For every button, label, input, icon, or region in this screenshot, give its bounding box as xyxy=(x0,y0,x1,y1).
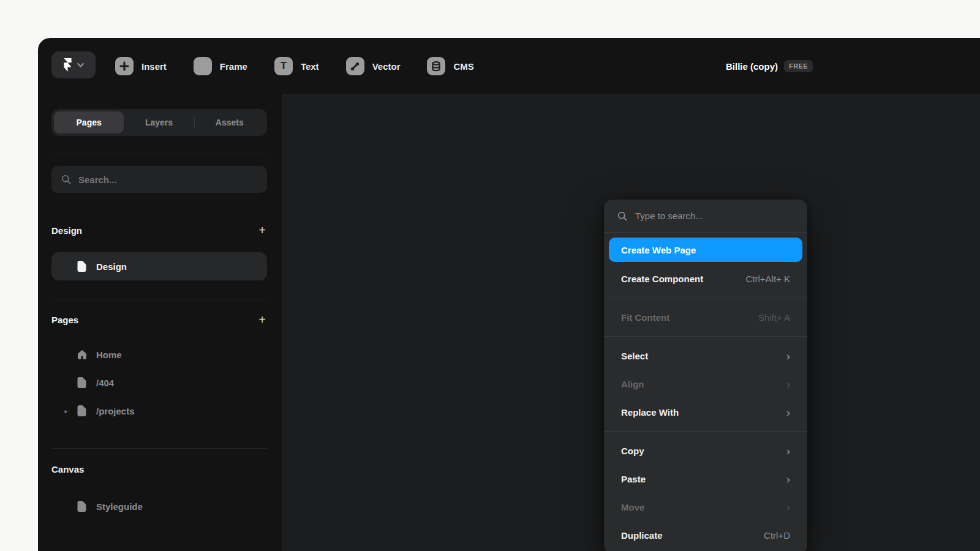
menu-item-fit-content: Fit Content Shift+ A xyxy=(609,303,802,331)
tab-layers[interactable]: Layers xyxy=(124,111,194,133)
menu-group-select: Select › Align › Replace With › xyxy=(604,336,807,431)
frame-tool-button[interactable]: Frame xyxy=(194,57,247,75)
tool-label: Vector xyxy=(372,61,401,72)
menu-item-select[interactable]: Select › xyxy=(609,342,802,370)
sidebar: Pages Layers Assets Design + Des xyxy=(38,94,282,551)
chevron-down-icon xyxy=(77,63,84,67)
file-icon xyxy=(77,377,88,388)
submenu-chevron-icon: › xyxy=(786,445,790,457)
submenu-chevron-icon: › xyxy=(786,378,790,390)
section-header-canvas: Canvas xyxy=(51,458,267,480)
expand-caret-icon[interactable]: ▸ xyxy=(60,397,72,425)
toolbar: Insert Frame T Text Vector xyxy=(38,38,980,94)
menu-item-move: Move › xyxy=(609,493,802,521)
shortcut-label: Ctrl+Alt+ K xyxy=(745,274,790,284)
home-icon xyxy=(77,350,88,359)
menu-item-label: Create Component xyxy=(621,274,703,284)
project-titlebox: Billie (copy) FREE xyxy=(726,38,813,94)
add-page-button[interactable]: + xyxy=(257,224,267,236)
menu-item-label: Align xyxy=(621,379,644,389)
plan-badge[interactable]: FREE xyxy=(784,60,813,72)
menu-item-label: Select xyxy=(621,351,648,361)
submenu-chevron-icon: › xyxy=(786,501,790,513)
tool-label: Text xyxy=(301,61,319,72)
divider xyxy=(51,301,267,301)
vector-tool-button[interactable]: Vector xyxy=(346,57,401,75)
menu-item-create-web-page[interactable]: Create Web Page xyxy=(609,238,802,262)
framer-logo-icon xyxy=(63,58,72,72)
sidebar-item-label: /projects xyxy=(96,406,135,416)
menu-search-input[interactable] xyxy=(635,211,794,221)
menu-item-label: Move xyxy=(621,502,644,512)
menu-group-create: Create Web Page Create Component Ctrl+Al… xyxy=(604,233,807,298)
sidebar-item-styleguide[interactable]: Styleguide xyxy=(51,492,267,520)
file-icon xyxy=(77,405,88,416)
search-input[interactable] xyxy=(78,174,257,185)
menu-item-duplicate[interactable]: Duplicate Ctrl+D xyxy=(609,521,802,549)
text-icon: T xyxy=(274,57,293,75)
sidebar-item-label: Design xyxy=(96,261,127,272)
sidebar-search[interactable] xyxy=(51,166,267,193)
submenu-chevron-icon: › xyxy=(786,407,790,418)
search-icon xyxy=(61,174,71,184)
menu-item-copy[interactable]: Copy › xyxy=(609,437,802,465)
section-header-pages: Pages + xyxy=(51,309,267,331)
submenu-chevron-icon: › xyxy=(786,473,790,485)
sidebar-tabs: Pages Layers Assets xyxy=(51,109,267,136)
shortcut-label: Ctrl+D xyxy=(764,530,790,541)
menu-item-label: Replace With xyxy=(621,407,679,418)
menu-group-fit: Fit Content Shift+ A xyxy=(604,298,807,336)
sidebar-item-label: /404 xyxy=(96,378,114,388)
menu-item-replace-with[interactable]: Replace With › xyxy=(609,398,802,426)
tool-label: Frame xyxy=(220,61,247,72)
sidebar-item-404[interactable]: /404 xyxy=(51,369,267,397)
sidebar-item-label: Styleguide xyxy=(96,501,143,512)
section-title: Canvas xyxy=(51,464,84,474)
text-tool-button[interactable]: T Text xyxy=(274,57,319,75)
menu-item-label: Paste xyxy=(621,474,646,484)
submenu-chevron-icon: › xyxy=(786,350,790,362)
sidebar-item-home[interactable]: Home xyxy=(51,340,267,369)
menu-group-clipboard: Copy › Paste › Move › Duplicate Ctrl+D xyxy=(604,431,807,551)
insert-plus-icon xyxy=(115,57,134,75)
sidebar-item-design[interactable]: Design xyxy=(51,252,267,280)
sidebar-item-label: Home xyxy=(96,350,122,360)
add-page-button[interactable]: + xyxy=(257,313,267,326)
search-icon xyxy=(617,211,627,221)
menu-item-label: Create Web Page xyxy=(621,245,696,255)
menu-item-label: Fit Content xyxy=(621,312,669,323)
file-icon xyxy=(77,261,88,272)
project-title: Billie (copy) xyxy=(726,61,778,72)
menu-item-create-component[interactable]: Create Component Ctrl+Alt+ K xyxy=(609,264,802,293)
menu-item-label: Copy xyxy=(621,446,644,456)
app-window: Insert Frame T Text Vector xyxy=(38,38,980,551)
section-header-design: Design + xyxy=(51,219,267,241)
divider xyxy=(51,154,267,154)
context-menu: Create Web Page Create Component Ctrl+Al… xyxy=(604,200,807,551)
file-icon xyxy=(77,501,88,512)
insert-tool-button[interactable]: Insert xyxy=(115,57,167,75)
tab-assets[interactable]: Assets xyxy=(195,111,265,133)
cms-tool-button[interactable]: CMS xyxy=(427,57,473,75)
framer-menu-button[interactable] xyxy=(51,51,96,78)
menu-item-label: Duplicate xyxy=(621,530,663,541)
divider xyxy=(51,448,267,449)
database-icon xyxy=(427,57,445,75)
sidebar-item-projects[interactable]: ▸ /projects xyxy=(51,397,267,425)
context-menu-search[interactable] xyxy=(604,200,807,233)
section-title: Pages xyxy=(51,315,78,325)
tool-label: CMS xyxy=(453,61,473,72)
frame-icon xyxy=(194,57,212,75)
menu-item-paste[interactable]: Paste › xyxy=(609,465,802,493)
shortcut-label: Shift+ A xyxy=(758,312,790,323)
tool-label: Insert xyxy=(141,61,167,72)
menu-item-align: Align › xyxy=(609,370,802,398)
vector-pen-icon xyxy=(346,57,364,75)
section-title: Design xyxy=(51,225,82,236)
tool-buttons: Insert Frame T Text Vector xyxy=(115,38,474,94)
tab-pages[interactable]: Pages xyxy=(54,111,124,133)
